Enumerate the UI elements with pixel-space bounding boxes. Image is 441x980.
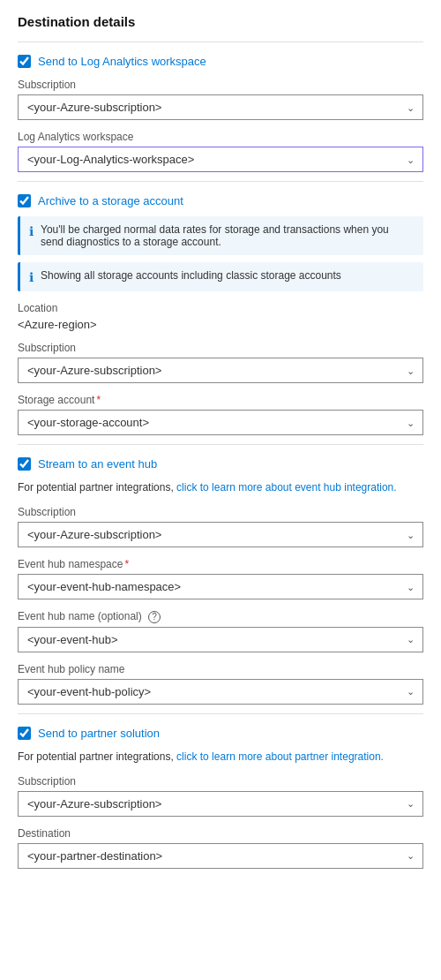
namespace-label: Event hub namespace*	[18, 558, 423, 570]
event-hub-label[interactable]: Stream to an event hub	[38, 457, 157, 471]
storage-info-box-2: ℹ Showing all storage accounts including…	[18, 262, 423, 291]
policy-select[interactable]: <your-event-hub-policy>	[18, 679, 423, 705]
namespace-required: *	[124, 558, 129, 570]
subscription-select-log[interactable]: <your-Azure-subscription>	[18, 94, 423, 120]
storage-info-section: ℹ You'll be charged normal data rates fo…	[18, 216, 423, 291]
event-hub-checkbox[interactable]	[18, 457, 31, 471]
subscription-label-storage: Subscription	[18, 342, 423, 354]
event-hub-partner-link[interactable]: click to learn more about event hub inte…	[176, 481, 396, 494]
help-icon[interactable]: ?	[148, 611, 161, 623]
location-label: Location	[18, 302, 423, 314]
storage-info-text-1: You'll be charged normal data rates for …	[41, 223, 415, 248]
divider-4	[18, 713, 423, 714]
divider-1	[18, 41, 423, 42]
info-icon-1: ℹ	[29, 224, 34, 238]
workspace-select[interactable]: <your-Log-Analytics-workspace>	[18, 147, 423, 172]
subscription-label-eventhub: Subscription	[18, 506, 423, 518]
subscription-select-storage[interactable]: <your-Azure-subscription>	[18, 358, 423, 383]
location-value: <Azure-region>	[18, 318, 423, 331]
subscription-select-wrapper-storage: <your-Azure-subscription> ⌄	[18, 358, 423, 383]
destination-label: Destination	[18, 827, 423, 840]
subscription-select-wrapper-partner: <your-Azure-subscription> ⌄	[18, 791, 423, 817]
workspace-label: Log Analytics workspace	[18, 131, 423, 143]
destination-select[interactable]: <your-partner-destination>	[18, 843, 423, 869]
storage-account-select[interactable]: <your-storage-account>	[18, 410, 423, 435]
workspace-select-wrapper: <your-Log-Analytics-workspace> ⌄	[18, 147, 423, 172]
hubname-label: Event hub name (optional) ?	[18, 610, 423, 623]
partner-solution-checkbox-row: Send to partner solution	[18, 727, 423, 740]
namespace-select-wrapper: <your-event-hub-namespace> ⌄	[18, 574, 423, 599]
subscription-select-partner[interactable]: <your-Azure-subscription>	[18, 791, 423, 817]
log-analytics-checkbox-row: Send to Log Analytics workspace	[18, 55, 423, 68]
storage-checkbox[interactable]	[18, 194, 31, 207]
subscription-select-wrapper-log: <your-Azure-subscription> ⌄	[18, 94, 423, 120]
storage-required: *	[96, 394, 101, 406]
partner-solution-label[interactable]: Send to partner solution	[38, 727, 160, 740]
storage-account-label: Storage account*	[18, 394, 423, 406]
event-hub-partner-info: For potential partner integrations, clic…	[18, 479, 423, 495]
subscription-select-eventhub[interactable]: <your-Azure-subscription>	[18, 522, 423, 547]
log-analytics-label[interactable]: Send to Log Analytics workspace	[38, 55, 206, 68]
destination-select-wrapper: <your-partner-destination> ⌄	[18, 843, 423, 869]
hubname-select-wrapper: <your-event-hub> ⌄	[18, 627, 423, 652]
subscription-select-wrapper-eventhub: <your-Azure-subscription> ⌄	[18, 522, 423, 547]
partner-solution-link[interactable]: click to learn more about partner integr…	[176, 750, 384, 763]
policy-label: Event hub policy name	[18, 663, 423, 675]
log-analytics-checkbox[interactable]	[18, 55, 31, 68]
storage-info-text-2: Showing all storage accounts including c…	[41, 269, 341, 282]
divider-3	[18, 444, 423, 445]
policy-select-wrapper: <your-event-hub-policy> ⌄	[18, 679, 423, 705]
divider-2	[18, 181, 423, 182]
partner-solution-info: For potential partner integrations, clic…	[18, 749, 423, 765]
event-hub-checkbox-row: Stream to an event hub	[18, 457, 423, 471]
storage-account-select-wrapper: <your-storage-account> ⌄	[18, 410, 423, 435]
storage-checkbox-row: Archive to a storage account	[18, 194, 423, 207]
page-title: Destination details	[18, 14, 423, 29]
namespace-select[interactable]: <your-event-hub-namespace>	[18, 574, 423, 599]
hubname-select[interactable]: <your-event-hub>	[18, 627, 423, 652]
subscription-label-partner: Subscription	[18, 775, 423, 788]
storage-label[interactable]: Archive to a storage account	[38, 194, 183, 207]
info-icon-2: ℹ	[29, 270, 34, 284]
partner-solution-checkbox[interactable]	[18, 727, 31, 740]
log-analytics-section: Subscription <your-Azure-subscription> ⌄…	[18, 79, 423, 172]
subscription-label-log: Subscription	[18, 79, 423, 91]
storage-info-box-1: ℹ You'll be charged normal data rates fo…	[18, 216, 423, 255]
